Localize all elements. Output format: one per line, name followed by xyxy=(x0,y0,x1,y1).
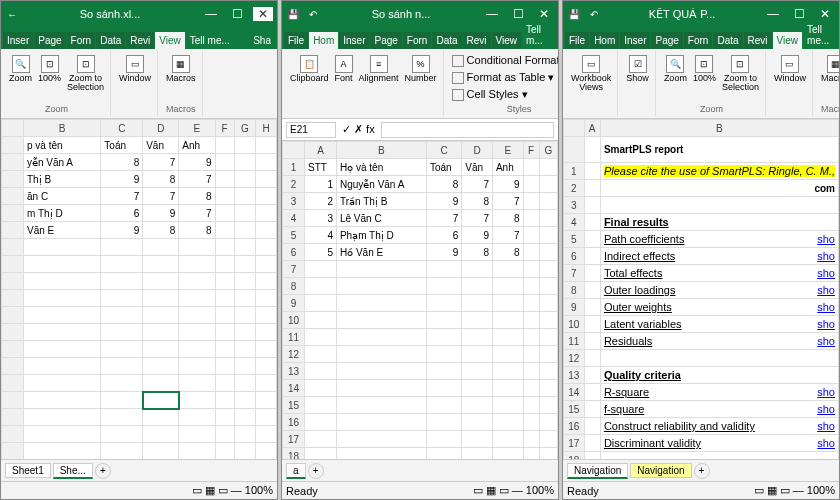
selected-cell[interactable] xyxy=(143,392,179,409)
tab-insert[interactable]: Inser xyxy=(339,32,369,49)
tab-review[interactable]: Revi xyxy=(463,32,491,49)
titlebar: ← So sánh.xl... — ☐ ✕ xyxy=(1,1,277,27)
titlebar: 💾 ↶ KẾT QUẢ P... — ☐ ✕ xyxy=(563,1,839,27)
window-title: KẾT QUẢ P... xyxy=(607,8,757,21)
macros-button[interactable]: ▦Macros xyxy=(164,53,198,85)
zoom-selection-button[interactable]: ⊡Zoom to Selection xyxy=(720,53,761,94)
save-icon[interactable]: 💾 xyxy=(567,7,581,21)
share-button[interactable]: Sha xyxy=(249,32,275,49)
sheet-tab[interactable]: She... xyxy=(53,463,93,479)
ribbon: 📋Clipboard AFont ≡Alignment %Number Cond… xyxy=(282,49,558,119)
minimize-button[interactable]: — xyxy=(482,7,502,21)
undo-icon[interactable]: ↶ xyxy=(587,7,601,21)
ribbon-tabs: File Hom Inser Page Forn Data Revi View … xyxy=(563,27,839,49)
cond-format-button[interactable]: Conditional Formatting ▾ xyxy=(450,53,558,68)
ribbon: ▭Workbook Views ☑Show 🔍Zoom ⊡100% ⊡Zoom … xyxy=(563,49,839,119)
tab-data[interactable]: Data xyxy=(432,32,461,49)
maximize-button[interactable]: ☐ xyxy=(508,7,528,21)
window-button[interactable]: ▭Window xyxy=(117,53,153,85)
macros-button[interactable]: ▦Macros xyxy=(819,53,839,85)
tab-view[interactable]: View xyxy=(773,32,803,49)
tell-me[interactable]: Tell m... xyxy=(522,21,556,49)
sheet-tabs: Navigation Navigation + xyxy=(563,459,839,481)
window-title: So sánh.xl... xyxy=(25,8,195,20)
minimize-button[interactable]: — xyxy=(763,7,783,21)
add-sheet-button[interactable]: + xyxy=(95,463,111,479)
ribbon: 🔍Zoom ⊡100% ⊡Zoom to Selection Zoom ▭Win… xyxy=(1,49,277,119)
tell-me[interactable]: Tell me... xyxy=(186,32,234,49)
tab-data[interactable]: Data xyxy=(713,32,742,49)
maximize-button[interactable]: ☐ xyxy=(227,7,247,21)
zoom-100-button[interactable]: ⊡100% xyxy=(36,53,63,85)
sheet-tabs: Sheet1 She... + xyxy=(1,459,277,481)
name-box[interactable]: E21 xyxy=(286,122,336,138)
tab-formulas[interactable]: Forn xyxy=(403,32,432,49)
minimize-button[interactable]: — xyxy=(201,7,221,21)
ribbon-group-zoom: 🔍Zoom ⊡100% ⊡Zoom to Selection Zoom xyxy=(3,51,111,116)
zoom-100-button[interactable]: ⊡100% xyxy=(691,53,718,85)
spreadsheet-grid[interactable]: BCDEFGH p và tênToánVănAnh yễn Văn A879 … xyxy=(1,119,277,459)
status-bar: ▭ ▦ ▭ — 100% xyxy=(1,481,277,499)
window-title: So sánh n... xyxy=(326,8,476,20)
font-button[interactable]: AFont xyxy=(333,53,355,85)
alignment-button[interactable]: ≡Alignment xyxy=(357,53,401,85)
format-table-button[interactable]: Format as Table ▾ xyxy=(450,70,557,85)
ribbon-group-basic: 📋Clipboard AFont ≡Alignment %Number xyxy=(284,51,444,116)
report-title: SmartPLS report xyxy=(600,137,838,163)
formula-input[interactable] xyxy=(381,122,554,138)
zoom-selection-button[interactable]: ⊡Zoom to Selection xyxy=(65,53,106,94)
close-button[interactable]: ✕ xyxy=(534,7,554,21)
tab-home[interactable]: Hom xyxy=(309,32,338,49)
fx-icon[interactable]: ✓ ✗ fx xyxy=(342,123,375,136)
sheet-tab[interactable]: a xyxy=(286,463,306,479)
ribbon-tabs: Inser Page Forn Data Revi View Tell me..… xyxy=(1,27,277,49)
close-button[interactable]: ✕ xyxy=(815,7,835,21)
tab-file[interactable]: File xyxy=(565,32,589,49)
ribbon-tabs: File Hom Inser Page Forn Data Revi View … xyxy=(282,27,558,49)
spreadsheet-grid[interactable]: AB SmartPLS report 1Please cite the use … xyxy=(563,119,839,459)
add-sheet-button[interactable]: + xyxy=(308,463,324,479)
tab-insert[interactable]: Inser xyxy=(620,32,650,49)
tab-home[interactable]: Hom xyxy=(590,32,619,49)
save-icon[interactable]: 💾 xyxy=(286,7,300,21)
tab-formulas[interactable]: Forn xyxy=(67,32,96,49)
clipboard-button[interactable]: 📋Clipboard xyxy=(288,53,331,85)
status-bar: Ready▭ ▦ ▭ — 100% xyxy=(563,481,839,499)
tell-me[interactable]: Tell me... xyxy=(803,21,837,49)
add-sheet-button[interactable]: + xyxy=(694,463,710,479)
excel-window-3: 💾 ↶ KẾT QUẢ P... — ☐ ✕ File Hom Inser Pa… xyxy=(562,0,840,500)
sheet-tab-nav[interactable]: Navigation xyxy=(630,463,691,478)
tab-insert[interactable]: Inser xyxy=(3,32,33,49)
zoom-button[interactable]: 🔍Zoom xyxy=(662,53,689,85)
zoom-button[interactable]: 🔍Zoom xyxy=(7,53,34,85)
status-bar: Ready▭ ▦ ▭ — 100% xyxy=(282,481,558,499)
close-button[interactable]: ✕ xyxy=(253,7,273,21)
show-button[interactable]: ☑Show xyxy=(624,53,651,85)
maximize-button[interactable]: ☐ xyxy=(789,7,809,21)
tab-view[interactable]: View xyxy=(492,32,522,49)
tab-page[interactable]: Page xyxy=(370,32,401,49)
formula-bar: E21 ✓ ✗ fx xyxy=(282,119,558,141)
tab-file[interactable]: File xyxy=(284,32,308,49)
sheet-tab[interactable]: Navigation xyxy=(567,463,628,479)
ribbon-group-window: ▭Window xyxy=(113,51,158,116)
ribbon-group-styles: Conditional Formatting ▾ Format as Table… xyxy=(446,51,558,116)
tab-formulas[interactable]: Forn xyxy=(684,32,713,49)
tab-view[interactable]: View xyxy=(155,32,185,49)
excel-window-2: 💾 ↶ So sánh n... — ☐ ✕ File Hom Inser Pa… xyxy=(281,0,559,500)
number-button[interactable]: %Number xyxy=(403,53,439,85)
sheet-tabs: a + xyxy=(282,459,558,481)
window-button[interactable]: ▭Window xyxy=(772,53,808,85)
cell-styles-button[interactable]: Cell Styles ▾ xyxy=(450,87,530,102)
tab-page[interactable]: Page xyxy=(651,32,682,49)
sheet-tab[interactable]: Sheet1 xyxy=(5,463,51,478)
tab-review[interactable]: Revi xyxy=(744,32,772,49)
tab-page[interactable]: Page xyxy=(34,32,65,49)
titlebar: 💾 ↶ So sánh n... — ☐ ✕ xyxy=(282,1,558,27)
spreadsheet-grid[interactable]: ABCDEFG 1STTHọ và tênToánVănAnh 21Nguyễn… xyxy=(282,141,558,459)
ribbon-group-macros: ▦Macros Macros xyxy=(160,51,203,116)
workbook-views-button[interactable]: ▭Workbook Views xyxy=(569,53,613,94)
tab-data[interactable]: Data xyxy=(96,32,125,49)
tab-review[interactable]: Revi xyxy=(126,32,154,49)
undo-icon[interactable]: ↶ xyxy=(306,7,320,21)
